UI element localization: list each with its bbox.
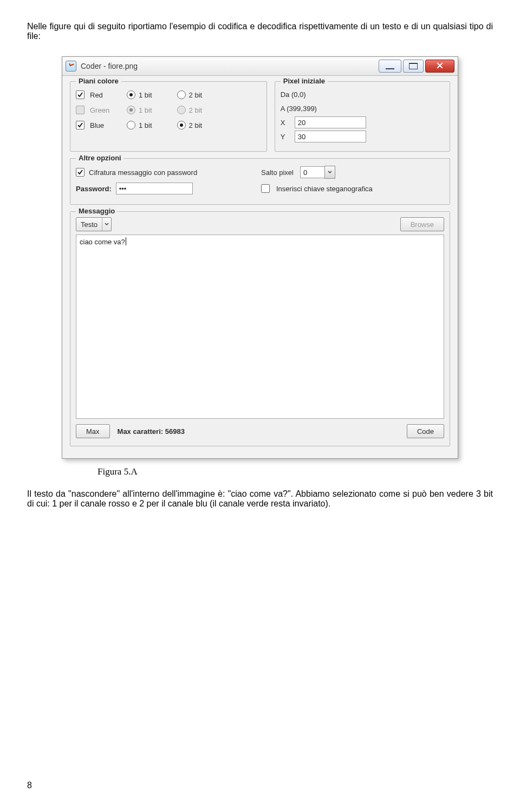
combo-tipo-messaggio[interactable]: Testo [76,217,112,231]
input-password[interactable]: ••• [116,183,193,194]
window-title: Coder - fiore.png [81,62,138,70]
java-app-icon [66,61,76,72]
label-y: Y [281,133,290,141]
maximize-button[interactable] [403,60,424,73]
group-pixel-iniziale: Pixel iniziale Da (0,0) A (399,399) X 20… [275,81,450,152]
spinner-salto[interactable]: 0 [300,166,335,179]
checkbox-green[interactable] [76,106,84,114]
legend-pixel: Pixel iniziale [281,77,328,85]
pixel-da: Da (0,0) [281,90,306,99]
group-messaggio: Messaggio Testo Browse ciao come va? Max… [70,211,450,446]
pixel-a: A (399,399) [281,105,317,113]
browse-button[interactable]: Browse [400,217,444,231]
radio-green-1bit: 1 bit [127,106,152,114]
input-y[interactable]: 30 [295,131,366,142]
radio-red-2bit[interactable]: 2 bit [177,90,203,99]
label-chiave: Inserisci chiave steganografica [276,185,373,193]
textarea-messaggio[interactable]: ciao come va? [76,235,444,419]
checkbox-blue[interactable] [76,121,84,129]
plane-row-blue: Blue 1 bit 2 bit [76,118,261,133]
titlebar: Coder - fiore.png [62,57,458,76]
label-max-chars: Max caratteri: 56983 [118,427,185,436]
checkbox-red[interactable] [76,90,84,99]
input-x[interactable]: 20 [295,116,366,128]
legend-altre: Altre opzioni [76,154,124,162]
checkbox-chiave[interactable] [261,184,270,193]
radio-green-2bit: 2 bit [177,106,203,114]
intro-paragraph: Nelle figure qui di seguito riportiamo l… [27,22,493,41]
minimize-button[interactable] [379,60,401,73]
legend-piani: Piani colore [76,77,121,85]
body-paragraph: Il testo da "nascondere" all'interno del… [27,489,493,509]
group-altre-opzioni: Altre opzioni Cifratura messaggio con pa… [70,158,450,205]
label-red: Red [90,91,121,99]
label-password: Password: [76,185,112,193]
legend-messaggio: Messaggio [76,207,118,215]
page-number: 8 [27,781,32,790]
app-window: Coder - fiore.png Piani colore Red [62,56,458,459]
figure-caption: Figura 5.A [98,466,493,477]
plane-row-red: Red 1 bit 2 bit [76,87,261,102]
input-salto[interactable]: 0 [300,166,325,178]
spinner-arrow-icon[interactable] [324,166,335,179]
window-controls [377,60,454,73]
label-salto: Salto pixel [261,168,294,177]
chevron-down-icon [102,218,111,231]
message-text: ciao come va? [80,238,125,246]
max-button[interactable]: Max [76,424,110,438]
label-cifratura: Cifratura messaggio con password [89,168,197,177]
label-blue: Blue [90,121,121,129]
label-green: Green [90,106,121,114]
radio-red-1bit[interactable]: 1 bit [127,90,152,99]
label-x: X [281,119,290,127]
window-body: Piani colore Red 1 bit 2 bit [62,76,458,458]
group-piani-colore: Piani colore Red 1 bit 2 bit [70,81,267,152]
code-button[interactable]: Code [407,424,444,438]
radio-blue-1bit[interactable]: 1 bit [127,121,152,129]
checkbox-cifratura[interactable] [76,168,84,177]
plane-row-green: Green 1 bit 2 bit [76,102,261,118]
close-button[interactable] [425,60,454,73]
radio-blue-2bit[interactable]: 2 bit [177,121,203,129]
